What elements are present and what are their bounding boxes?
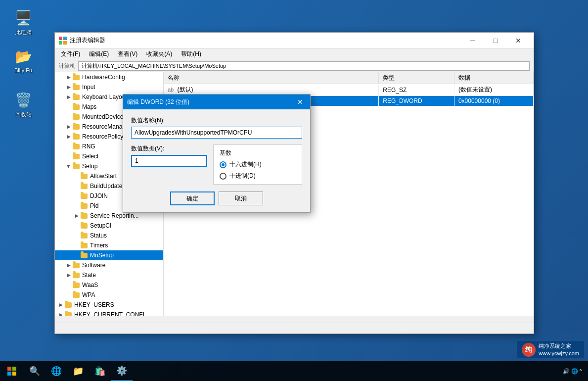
reg-type-icon: ab: [168, 87, 174, 93]
regedit-icon: [59, 37, 67, 45]
window-title: 注册表编辑器: [70, 36, 461, 45]
tree-item-status[interactable]: Status: [55, 231, 163, 240]
expand-arrow: ▶: [65, 162, 73, 170]
expand-arrow: ▶: [65, 271, 73, 279]
expand-arrow: ▶: [73, 212, 81, 220]
svg-rect-4: [7, 367, 11, 371]
menu-file[interactable]: 文件(F): [57, 49, 84, 59]
tree-label: Pid: [90, 202, 98, 209]
expand-arrow: [73, 251, 81, 259]
expand-arrow: [73, 241, 81, 249]
dialog-data-label: 数值数据(V):: [131, 144, 207, 153]
tree-label: Keyboard Layout: [82, 94, 127, 100]
dialog-value-area: 数值数据(V):: [131, 144, 207, 167]
dialog-title: 编辑 DWORD (32 位值): [127, 98, 294, 106]
folder-icon: [73, 163, 81, 170]
user-folder-label: Billy Fu: [14, 67, 32, 73]
window-controls: ─ □ ✕: [461, 33, 530, 48]
tree-label: HKEY_CURRENT_CONFI...: [74, 311, 149, 316]
folder-icon: [73, 123, 81, 130]
maximize-button[interactable]: □: [484, 33, 507, 48]
expand-arrow: ▶: [65, 83, 73, 91]
folder-icon: [73, 282, 81, 288]
tree-label: DJOIN: [90, 192, 108, 199]
minimize-button[interactable]: ─: [461, 33, 484, 48]
tree-label: Input: [82, 84, 95, 91]
taskbar-edge[interactable]: 🌐: [45, 361, 67, 381]
tree-label: Timers: [90, 242, 108, 249]
dialog-radix-area: 基数 十六进制(H) 十进制(D): [213, 144, 302, 185]
address-path[interactable]: 计算机\HKEY_LOCAL_MACHINE\SYSTEM\Setup\MoSe…: [78, 61, 530, 71]
tree-label: WPA: [82, 291, 95, 298]
tree-item-timers[interactable]: Timers: [55, 240, 163, 250]
tree-label: HKEY_USERS: [74, 301, 114, 308]
expand-arrow: ▶: [65, 123, 73, 131]
menu-favorites[interactable]: 收藏夹(A): [142, 49, 176, 59]
tree-item-waas[interactable]: WaaS: [55, 280, 163, 290]
tree-label: AllowStart: [90, 173, 117, 180]
computer-icon-label: 此电脑: [15, 29, 32, 36]
expand-arrow: [73, 172, 81, 180]
watermark: 纯 纯净系统之家 www.ycwjzy.com: [517, 341, 584, 358]
edit-dword-dialog: 编辑 DWORD (32 位值) ✕ 数值名称(N): 数值数据(V): 基数 …: [123, 94, 311, 213]
dialog-name-input[interactable]: [131, 127, 302, 139]
tree-item-hkeyusers[interactable]: ▶ HKEY_USERS: [55, 300, 163, 310]
expand-arrow: [65, 152, 73, 160]
col-type: 类型: [379, 72, 454, 84]
folder-icon: [81, 232, 89, 239]
taskbar-items: 🔍 🌐 📁 🛍️ ⚙️: [24, 361, 563, 381]
tree-item-software[interactable]: ▶ Software: [55, 260, 163, 270]
expand-arrow: [65, 103, 73, 111]
menu-help[interactable]: 帮助(H): [177, 49, 205, 59]
folder-icon: [73, 143, 81, 150]
address-label: 计算机: [59, 62, 75, 70]
folder-icon: [81, 212, 89, 219]
tree-item-setupcl[interactable]: SetupCl: [55, 221, 163, 231]
taskbar-store[interactable]: 🛍️: [89, 361, 111, 381]
radio-decimal[interactable]: 十进制(D): [220, 172, 296, 180]
desktop-icon-recycle[interactable]: 🗑️ 回收站: [6, 88, 41, 120]
expand-arrow: [73, 232, 81, 239]
expand-arrow: ▶: [65, 261, 73, 269]
close-button[interactable]: ✕: [507, 33, 530, 48]
tree-label: RNG: [82, 143, 95, 150]
radio-hex[interactable]: 十六进制(H): [220, 160, 296, 169]
start-button[interactable]: [0, 361, 24, 381]
menubar: 文件(F) 编辑(E) 查看(V) 收藏夹(A) 帮助(H): [55, 48, 534, 60]
expand-arrow: ▶: [65, 93, 73, 101]
expand-arrow: ▶: [57, 311, 65, 316]
tree-item-hkeycurrentconfig[interactable]: ▶ HKEY_CURRENT_CONFI...: [55, 310, 163, 316]
folder-icon: [73, 133, 81, 140]
tree-label: Software: [82, 262, 105, 269]
taskbar: 🔍 🌐 📁 🛍️ ⚙️ 纯 纯净系统之家 www.ycwjzy.com 🔊 🌐 …: [0, 361, 588, 381]
horizontal-scrollbar[interactable]: [55, 316, 534, 323]
tree-label: BuildUpdate: [90, 183, 122, 190]
tree-item-state[interactable]: ▶ State: [55, 270, 163, 280]
expand-arrow: [73, 182, 81, 190]
desktop-icon-user[interactable]: 📂 Billy Fu: [6, 45, 41, 75]
taskbar-explorer[interactable]: 📁: [67, 361, 89, 381]
taskbar-right: 纯 纯净系统之家 www.ycwjzy.com 🔊 🌐 ^: [563, 368, 588, 375]
desktop-icon-computer[interactable]: 🖥️ 此电脑: [6, 6, 41, 38]
tree-label: WaaS: [82, 282, 98, 288]
folder-icon: [81, 252, 89, 259]
menu-view[interactable]: 查看(V): [114, 49, 141, 59]
svg-rect-7: [12, 372, 16, 376]
tree-item-input[interactable]: ▶ Input: [55, 82, 163, 92]
radio-decimal-label: 十进制(D): [229, 172, 256, 180]
dialog-close-button[interactable]: ✕: [294, 96, 306, 108]
dialog-cancel-button[interactable]: 取消: [219, 191, 263, 205]
dialog-name-label: 数值名称(N):: [131, 116, 302, 125]
tree-item-wpa[interactable]: WPA: [55, 290, 163, 300]
expand-arrow: ▶: [65, 133, 73, 141]
dialog-data-input[interactable]: [131, 155, 207, 167]
statusbar: [55, 323, 534, 333]
svg-rect-3: [63, 41, 67, 45]
menu-edit[interactable]: 编辑(E): [85, 49, 113, 59]
taskbar-regedit[interactable]: ⚙️: [111, 361, 133, 381]
tree-item-hardwareconfig[interactable]: ▶ HardwareConfig: [55, 72, 163, 82]
taskbar-search[interactable]: 🔍: [24, 361, 45, 381]
tree-item-mosetup[interactable]: MoSetup: [55, 250, 163, 260]
expand-arrow: [65, 281, 73, 289]
dialog-ok-button[interactable]: 确定: [170, 191, 215, 205]
